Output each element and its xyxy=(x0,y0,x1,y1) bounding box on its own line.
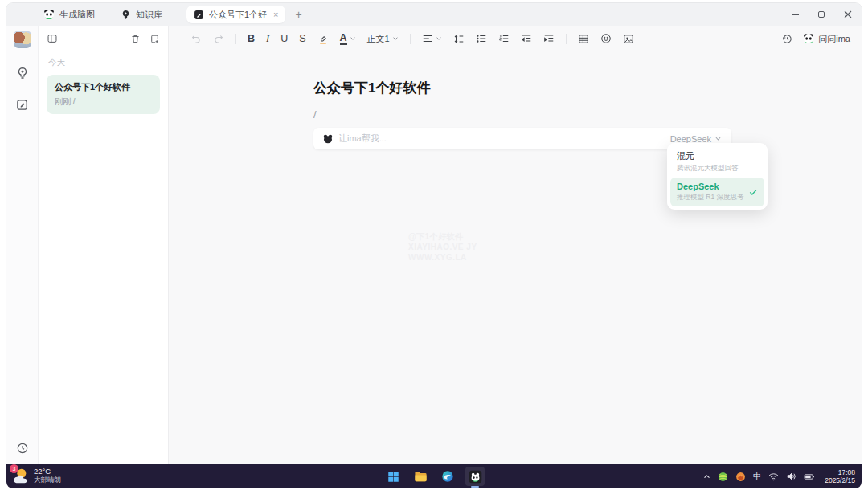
tray-time: 17:08 xyxy=(825,468,855,477)
notes-panel-header xyxy=(47,33,160,44)
note-doc-icon xyxy=(194,10,204,20)
format-toolbar: B I U S A 正文1 xyxy=(190,28,634,49)
system-tray: 中 17:08 2025/2/15 xyxy=(703,464,855,488)
tab-knowledge-base[interactable]: 知识库 xyxy=(108,3,175,26)
prompt-placeholder: 让ima帮我... xyxy=(338,133,670,145)
model-menu-item-deepseek[interactable]: DeepSeek 推理模型 R1 深度思考 xyxy=(670,178,764,206)
ima-app-button[interactable] xyxy=(465,467,485,486)
minimize-icon[interactable] xyxy=(792,14,799,15)
slash-command-text[interactable]: / xyxy=(313,108,731,120)
user-avatar[interactable] xyxy=(14,31,31,48)
editor-area: B I U S A 正文1 xyxy=(169,26,862,464)
close-icon[interactable] xyxy=(844,10,852,18)
file-explorer-button[interactable] xyxy=(411,467,430,486)
panda-logo-icon xyxy=(43,9,55,20)
bullet-list-button[interactable] xyxy=(476,29,487,48)
tab-current-note[interactable]: 公众号下1个好 × xyxy=(186,6,285,23)
check-icon xyxy=(748,187,758,197)
model-description: 推理模型 R1 深度思考 xyxy=(677,193,748,202)
taskbar-center xyxy=(383,464,485,488)
battery-icon[interactable] xyxy=(804,472,815,481)
new-tab-button[interactable]: + xyxy=(295,8,301,21)
tab-mindmap[interactable]: 生成脑图 xyxy=(31,3,108,26)
left-icon-rail xyxy=(6,26,39,464)
ask-ima-button[interactable]: 问问ima xyxy=(803,33,850,45)
text-style-selector[interactable]: 正文1 xyxy=(367,29,399,48)
clock-icon xyxy=(16,442,29,455)
tab-strip: 生成脑图 知识库 公众号下1个好 × + xyxy=(6,3,862,26)
notification-badge: 3 xyxy=(10,464,18,473)
history-button[interactable] xyxy=(16,442,29,455)
tray-date: 2025/2/15 xyxy=(825,476,855,485)
indent-increase-button[interactable] xyxy=(543,29,555,48)
volume-icon[interactable] xyxy=(786,472,796,481)
strikethrough-button[interactable]: S xyxy=(299,29,305,48)
ima-prompt-icon xyxy=(323,134,333,144)
chevron-down-icon xyxy=(392,35,399,42)
italic-button[interactable]: I xyxy=(266,29,269,48)
document-editor[interactable]: 公众号下1个好软件 / 让ima帮我... DeepSeek xyxy=(313,79,731,149)
model-dropdown-menu: 混元 腾讯混元大模型回答 DeepSeek 推理模型 R1 深度思考 xyxy=(667,143,768,210)
watermark: @下1个好软件 XIAYIHAO.VE JY WWW.XYG.LA xyxy=(408,231,477,263)
collapse-panel-icon[interactable] xyxy=(47,33,58,44)
chevron-down-icon xyxy=(436,35,442,42)
weather-condition: 大部晴朗 xyxy=(34,476,61,484)
ima-app-window: 生成脑图 知识库 公众号下1个好 × + xyxy=(6,3,862,464)
indent-decrease-button[interactable] xyxy=(521,29,532,48)
restore-icon[interactable] xyxy=(818,11,825,18)
note-meta: 刚刚 / xyxy=(55,96,152,108)
tab-close-icon[interactable]: × xyxy=(273,10,278,19)
compose-icon xyxy=(15,98,29,112)
align-button[interactable] xyxy=(422,29,442,48)
weather-sun-cloud-icon: 3 xyxy=(11,467,29,484)
font-color-button[interactable]: A xyxy=(340,29,356,48)
lightbulb-plus-icon xyxy=(15,66,30,80)
document-title[interactable]: 公众号下1个好软件 xyxy=(313,79,731,97)
tray-app-icon[interactable] xyxy=(735,472,746,482)
clock-widget[interactable]: 17:08 2025/2/15 xyxy=(825,468,855,485)
lightbulb-icon xyxy=(121,10,131,20)
app-body: 今天 公众号下1个好软件 刚刚 / B I U S xyxy=(6,26,862,464)
toolbar-right: 问问ima xyxy=(781,28,850,49)
insert-table-button[interactable] xyxy=(578,29,589,48)
bold-button[interactable]: B xyxy=(248,29,255,48)
insert-image-button[interactable] xyxy=(623,29,634,48)
start-button[interactable] xyxy=(383,467,403,486)
ordered-list-button[interactable] xyxy=(498,29,510,48)
tray-expand-icon[interactable] xyxy=(703,473,710,480)
weather-widget[interactable]: 3 22°C 大部晴朗 xyxy=(11,467,61,484)
notes-panel: 今天 公众号下1个好软件 刚刚 / xyxy=(39,26,169,464)
panda-logo-icon xyxy=(803,33,814,44)
compose-note-button[interactable] xyxy=(15,98,29,112)
ima-panda-icon xyxy=(469,470,482,484)
chevron-down-icon xyxy=(714,135,722,142)
underline-button[interactable]: U xyxy=(280,29,288,48)
tray-globe-icon[interactable] xyxy=(718,472,728,482)
tab-label: 公众号下1个好 xyxy=(209,9,267,21)
edge-icon xyxy=(441,470,454,483)
redo-icon[interactable] xyxy=(213,29,224,48)
version-history-icon[interactable] xyxy=(781,33,793,45)
note-list-item[interactable]: 公众号下1个好软件 刚刚 / xyxy=(47,75,160,114)
folder-icon xyxy=(414,471,428,483)
note-title: 公众号下1个好软件 xyxy=(55,81,152,93)
model-menu-item-hunyuan[interactable]: 混元 腾讯混元大模型回答 xyxy=(670,146,764,178)
highlight-button[interactable] xyxy=(317,29,329,48)
tab-label: 生成脑图 xyxy=(59,9,95,21)
windows-logo-icon xyxy=(387,471,399,483)
notes-actions xyxy=(130,34,160,44)
model-name: DeepSeek xyxy=(677,182,748,191)
model-name: 混元 xyxy=(677,150,758,162)
insert-emoji-button[interactable] xyxy=(600,29,612,48)
line-spacing-button[interactable] xyxy=(453,29,465,48)
ime-indicator[interactable]: 中 xyxy=(753,471,761,482)
edge-browser-button[interactable] xyxy=(438,467,457,486)
tab-label: 知识库 xyxy=(136,9,162,21)
new-note-icon[interactable] xyxy=(149,34,160,44)
model-selector[interactable]: DeepSeek xyxy=(670,134,722,144)
knowledge-add-button[interactable] xyxy=(15,66,30,80)
chevron-down-icon xyxy=(350,35,356,42)
trash-icon[interactable] xyxy=(130,34,141,44)
wifi-icon[interactable] xyxy=(768,472,779,481)
undo-icon[interactable] xyxy=(190,29,202,48)
